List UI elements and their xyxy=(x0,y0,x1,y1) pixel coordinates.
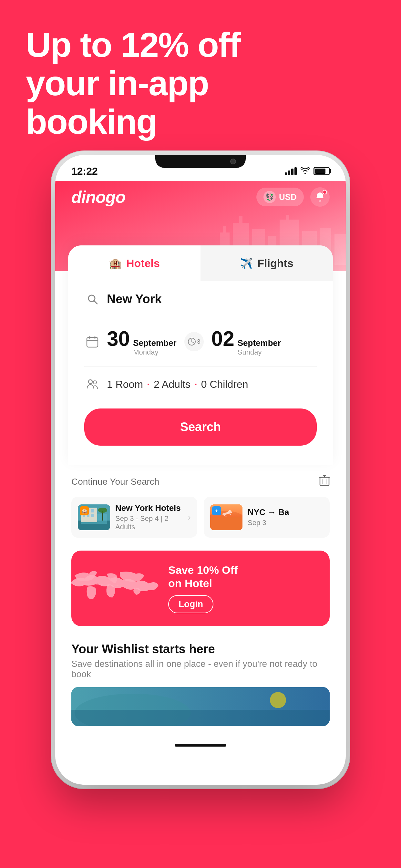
promo-banner: Save 10% Off on Hotel Login xyxy=(71,551,330,626)
tab-flights-label: Flights xyxy=(257,257,293,270)
chevron-right-icon: › xyxy=(188,512,191,523)
continue-title: Continue Your Search xyxy=(71,476,159,487)
checkin-month: September xyxy=(133,338,176,348)
camera-icon xyxy=(230,159,236,164)
hotel-card-info: New York Hotels Sep 3 - Sep 4 | 2 Adults xyxy=(115,503,183,531)
destination-value: New York xyxy=(107,292,162,306)
hotel-card-sub: Sep 3 - Sep 4 | 2 Adults xyxy=(115,515,183,531)
battery-icon xyxy=(313,167,330,175)
search-cards: 🏨 xyxy=(71,497,330,538)
svg-rect-37 xyxy=(91,514,94,517)
phone-frame: 12:22 xyxy=(55,155,346,785)
guests-row[interactable]: 1 Room·2 Adults·0 Children xyxy=(84,367,317,402)
checkin-date: 30 September Monday xyxy=(107,327,177,356)
checkout-date: 02 September Sunday xyxy=(212,327,281,356)
trash-icon[interactable] xyxy=(319,475,330,489)
svg-point-45 xyxy=(270,692,286,708)
flight-card-image: ✈ xyxy=(210,504,243,530)
guests-text: 1 Room·2 Adults·0 Children xyxy=(107,378,248,391)
destination-row[interactable]: New York xyxy=(84,281,317,317)
children-value: 0 Children xyxy=(201,378,248,390)
rooms-value: 1 Room xyxy=(107,378,143,390)
flight-card-sub: Sep 3 xyxy=(248,519,323,527)
search-icon xyxy=(84,291,100,307)
currency-icon: 💱 xyxy=(264,191,276,203)
wishlist-title: Your Wishlist starts here xyxy=(71,642,330,656)
wishlist-subtitle: Save destinations all in one place - eve… xyxy=(71,659,330,679)
home-bar xyxy=(175,744,226,747)
svg-rect-1 xyxy=(223,226,226,232)
hotel-search-card[interactable]: 🏨 xyxy=(71,497,197,538)
flight-card-info: NYC → Ba Sep 3 xyxy=(248,507,323,527)
promo-title: Save 10% Off on Hotel xyxy=(168,563,238,590)
svg-rect-20 xyxy=(320,477,329,486)
hotel-icon: 🏨 xyxy=(109,257,122,270)
currency-label: USD xyxy=(279,192,297,202)
notification-button[interactable] xyxy=(310,187,330,207)
flight-search-card[interactable]: ✈ xyxy=(204,497,330,538)
guests-icon xyxy=(84,376,100,392)
search-form: New York 30 xyxy=(68,281,333,402)
svg-rect-3 xyxy=(239,216,243,223)
checkout-weekday: Sunday xyxy=(238,348,281,356)
signal-icon xyxy=(285,167,297,175)
checkin-day: 30 xyxy=(107,327,130,351)
hotel-badge-icon: 🏨 xyxy=(80,506,89,516)
search-button[interactable]: Search xyxy=(84,408,317,445)
status-icons xyxy=(285,166,330,176)
wishlist-preview-image xyxy=(71,687,330,726)
currency-button[interactable]: 💱 USD xyxy=(256,188,304,206)
svg-rect-44 xyxy=(71,710,330,726)
svg-rect-13 xyxy=(87,337,98,347)
svg-rect-34 xyxy=(91,509,94,513)
status-time: 12:22 xyxy=(71,165,98,177)
continue-section: Continue Your Search 🏨 xyxy=(55,465,346,544)
booking-card: 🏨 Hotels ✈️ Flights xyxy=(68,245,333,465)
promo-text: Save 10% Off on Hotel Login xyxy=(168,563,238,613)
tab-hotels-label: Hotels xyxy=(126,257,160,270)
svg-rect-7 xyxy=(286,215,289,220)
adults-value: 2 Adults xyxy=(154,378,190,390)
continue-header: Continue Your Search xyxy=(71,475,330,489)
checkout-day: 02 xyxy=(212,327,235,351)
plane-icon: ✈️ xyxy=(240,257,253,270)
checkin-weekday: Monday xyxy=(133,348,176,356)
flight-card-title: NYC → Ba xyxy=(248,507,323,517)
nights-indicator: 3 xyxy=(184,332,204,351)
app-logo: dinogo xyxy=(71,187,125,207)
dates-row[interactable]: 30 September Monday 3 xyxy=(84,317,317,367)
date-range: 30 September Monday 3 xyxy=(107,327,281,356)
booking-tabs: 🏨 Hotels ✈️ Flights xyxy=(68,245,333,281)
status-bar: 12:22 xyxy=(55,155,346,181)
notch xyxy=(155,155,246,168)
tab-flights[interactable]: ✈️ Flights xyxy=(201,245,333,281)
wishlist-section: Your Wishlist starts here Save destinati… xyxy=(55,632,346,736)
tab-hotels[interactable]: 🏨 Hotels xyxy=(68,245,201,281)
svg-point-18 xyxy=(89,380,92,383)
notification-dot xyxy=(322,190,327,194)
flight-badge-icon: ✈ xyxy=(212,506,221,516)
hotel-card-title: New York Hotels xyxy=(115,503,183,513)
svg-line-12 xyxy=(94,301,97,304)
nights-count: 3 xyxy=(197,338,201,345)
svg-rect-10 xyxy=(335,234,346,265)
svg-point-19 xyxy=(93,381,96,384)
promo-login-button[interactable]: Login xyxy=(168,595,213,613)
checkout-month: September xyxy=(238,338,281,348)
svg-point-30 xyxy=(98,507,107,513)
hotel-card-image: 🏨 xyxy=(78,504,110,530)
hero-headline: Up to 12% off your in-app booking xyxy=(26,26,316,141)
calendar-icon xyxy=(84,334,100,350)
home-indicator xyxy=(55,736,346,757)
wifi-icon xyxy=(301,166,310,176)
world-map-decoration xyxy=(71,562,162,614)
